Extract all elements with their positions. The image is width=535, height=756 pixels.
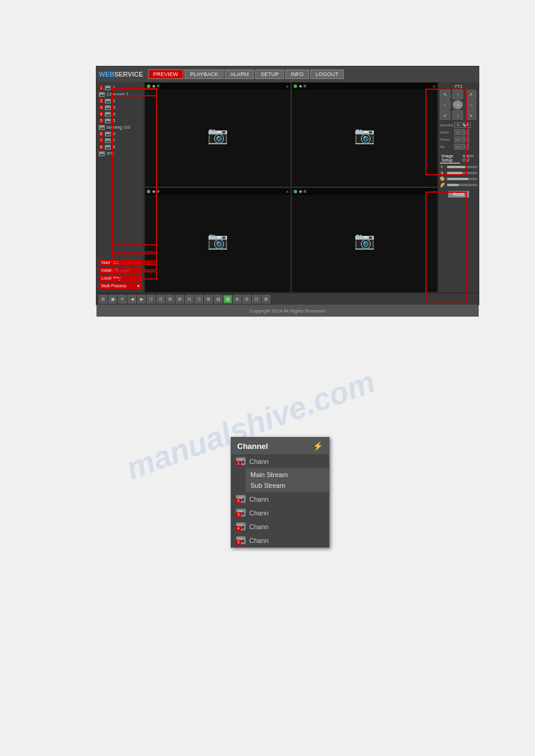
close-icon-3[interactable]: × bbox=[286, 189, 289, 195]
status-dot-1 bbox=[147, 84, 150, 88]
channel-label-4: Chann bbox=[249, 523, 268, 530]
channel-item-2[interactable]: 📷 2 Chann bbox=[231, 492, 329, 506]
close-icon-4[interactable]: × bbox=[433, 189, 436, 195]
toolbar-btn-15[interactable]: ⊞ bbox=[233, 295, 241, 303]
video-cell-1[interactable]: ◆ ⊕ × 📷 bbox=[144, 82, 291, 187]
channel-popup: Channel ⚡ 📷 1 Chann Main Stream Sub Stre… bbox=[231, 437, 330, 548]
channel-num-5: 5 bbox=[236, 540, 241, 545]
hue-slider[interactable] bbox=[447, 184, 477, 186]
toolbar-btn-14[interactable]: ▦ bbox=[223, 295, 232, 303]
iris-minus-button[interactable]: − bbox=[454, 144, 461, 150]
ptz-right-button[interactable]: → bbox=[466, 100, 476, 110]
toolbar-btn-17[interactable]: ⊡ bbox=[252, 295, 261, 303]
channel-popup-title: Channel bbox=[237, 442, 268, 451]
toolbar-btn-11[interactable]: ⊡ bbox=[195, 295, 203, 303]
sidebar-item-2[interactable]: 2 📷 2 bbox=[98, 98, 143, 104]
saturation-slider[interactable] bbox=[447, 178, 477, 180]
reset-button[interactable]: Reset bbox=[448, 191, 468, 198]
video-cell-2[interactable]: ◆ ⊕ × 📷 bbox=[291, 82, 438, 187]
ptz-center-button[interactable]: ○ bbox=[452, 100, 463, 110]
multi-process-button[interactable]: Multi Process ▼ bbox=[99, 283, 141, 289]
channel-item-5[interactable]: 📷 5 Chann bbox=[231, 533, 329, 547]
sidebar-item-ipc[interactable]: 📷 IPC bbox=[98, 150, 143, 157]
zoom-plus-button[interactable]: + bbox=[462, 129, 469, 135]
start-talk-button[interactable]: Start Talk bbox=[99, 259, 141, 266]
toolbar-btn-1[interactable]: ⊞ bbox=[99, 295, 107, 303]
toolbar-btn-5[interactable]: ▶ bbox=[137, 295, 146, 303]
contrast-slider[interactable] bbox=[447, 172, 477, 174]
speed-select[interactable]: 5 bbox=[454, 122, 471, 128]
channel-item-1[interactable]: 📷 1 Chann bbox=[231, 454, 329, 468]
toolbar-btn-7[interactable]: ⊟ bbox=[156, 295, 165, 303]
sidebar-item-channel1[interactable]: 📷 Channel 1 bbox=[98, 91, 143, 98]
toolbar-btn-6[interactable]: ⊡ bbox=[147, 295, 155, 303]
ptz-left-button[interactable]: ← bbox=[440, 100, 451, 110]
sub-stream-option[interactable]: Sub Stream bbox=[246, 480, 329, 491]
tab-setup[interactable]: SETUP bbox=[255, 69, 284, 79]
brightness-slider[interactable] bbox=[447, 166, 477, 168]
toolbar-btn-4[interactable]: ◀ bbox=[128, 295, 136, 303]
contrast-row: ◑ bbox=[440, 171, 477, 175]
sidebar-item-1[interactable]: 1 📷 1 bbox=[98, 84, 143, 91]
tab-playback[interactable]: PLAYBACK bbox=[185, 69, 223, 79]
toolbar-btn-3[interactable]: ✕ bbox=[118, 295, 126, 303]
toolbar-btn-10[interactable]: ⊟ bbox=[185, 295, 194, 303]
close-icon-1[interactable]: × bbox=[286, 84, 289, 89]
focus-label: Focus bbox=[440, 138, 453, 141]
sidebar-item-3[interactable]: 3 📷 3 bbox=[98, 104, 143, 111]
camera-placeholder-2: 📷 bbox=[354, 125, 375, 145]
channel-popup-section: Channel ⚡ 📷 1 Chann Main Stream Sub Stre… bbox=[231, 437, 330, 548]
brightness-row: ☀ bbox=[440, 165, 477, 169]
ptz-downright-button[interactable]: ↘ bbox=[466, 110, 476, 120]
hue-row: 🌈 bbox=[440, 183, 477, 187]
focus-buttons: − + bbox=[454, 136, 469, 142]
iris-plus-button[interactable]: + bbox=[462, 144, 469, 150]
video-cell-4[interactable]: ◆ ⊕ × 📷 bbox=[291, 187, 438, 293]
sidebar-item-6[interactable]: 6 📷 6 bbox=[98, 130, 143, 137]
sidebar-item-5[interactable]: 5 📷 5 bbox=[98, 117, 143, 124]
tab-info[interactable]: INFO bbox=[285, 69, 309, 79]
focus-minus-button[interactable]: − bbox=[454, 136, 461, 142]
tab-alarm[interactable]: ALARM bbox=[225, 69, 254, 79]
ptz-down-button[interactable]: ↓ bbox=[452, 110, 463, 120]
iris-label: Iris bbox=[440, 145, 453, 148]
video-cell-4-header: ◆ ⊕ × bbox=[292, 188, 437, 195]
instant-record-button[interactable]: Instant Record bbox=[99, 267, 141, 274]
ptz-upright-button[interactable]: ↗ bbox=[466, 90, 476, 99]
toolbar-btn-2[interactable]: ▣ bbox=[108, 295, 117, 303]
sidebar-item-lanning[interactable]: 📷 lanning /10 bbox=[98, 124, 143, 130]
main-stream-option[interactable]: Main Stream bbox=[246, 469, 329, 480]
camera-placeholder-1: 📷 bbox=[207, 125, 228, 145]
dropdown-arrow-icon: ▼ bbox=[137, 284, 140, 288]
ptz-up-button[interactable]: ↑ bbox=[452, 90, 463, 99]
tab-logout[interactable]: LOGOUT bbox=[310, 69, 344, 79]
channel-num-1: 1 bbox=[236, 461, 241, 466]
close-icon-2[interactable]: × bbox=[433, 84, 436, 89]
video-cell-3[interactable]: ◆ ⊕ × 📷 bbox=[144, 187, 291, 293]
local-play-button[interactable]: Local Play bbox=[99, 275, 141, 281]
saturation-row: 🎨 bbox=[440, 177, 477, 181]
channel-item-4[interactable]: 📷 4 Chann bbox=[231, 520, 329, 533]
toolbar-btn-18[interactable]: ⊠ bbox=[262, 295, 270, 303]
toolbar-btn-8[interactable]: ⊠ bbox=[166, 295, 174, 303]
sidebar-item-7[interactable]: 7 📷 7 bbox=[98, 137, 143, 144]
toolbar-btn-16[interactable]: ⊟ bbox=[243, 295, 251, 303]
ptz-downleft-button[interactable]: ↙ bbox=[440, 110, 451, 120]
camera-placeholder-3: 📷 bbox=[207, 230, 228, 250]
sidebar-item-4[interactable]: 4 📷 4 bbox=[98, 111, 143, 117]
tab-image-setup[interactable]: Image Setup bbox=[440, 153, 460, 163]
ptz-upleft-button[interactable]: ↖ bbox=[440, 90, 451, 99]
video-header-text-1: ◆ ⊕ bbox=[152, 84, 160, 89]
toolbar-btn-13[interactable]: ▤ bbox=[214, 295, 222, 303]
camera-icon-ch1: 📷 bbox=[99, 92, 105, 97]
toolbar-btn-12[interactable]: ⊠ bbox=[204, 295, 213, 303]
video-cell-3-header: ◆ ⊕ × bbox=[145, 188, 291, 195]
focus-plus-button[interactable]: + bbox=[462, 136, 469, 142]
channel-item-3[interactable]: 📷 3 Chann bbox=[231, 506, 329, 520]
camera-icon-3: 📷 bbox=[105, 105, 111, 110]
zoom-minus-button[interactable]: − bbox=[454, 129, 461, 135]
toolbar-btn-9[interactable]: ⊞ bbox=[176, 295, 184, 303]
sidebar-item-8[interactable]: 8 📷 8 bbox=[98, 144, 143, 150]
tab-alarm-out[interactable]: Alarm Out bbox=[461, 153, 477, 163]
tab-preview[interactable]: PREVIEW bbox=[148, 69, 184, 79]
